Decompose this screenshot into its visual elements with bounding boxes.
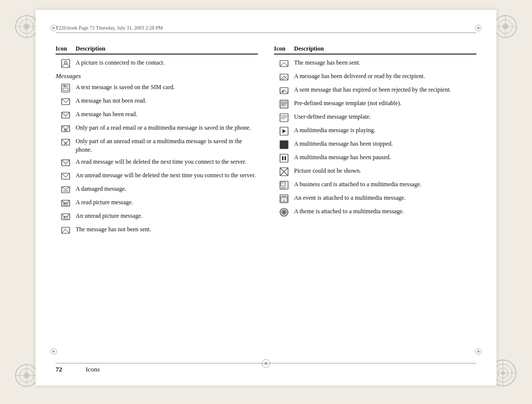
right-header-desc-label: Description [294,45,324,53]
not-sent-icon [56,225,76,235]
svg-rect-72 [280,141,288,149]
right-row-11-desc: A theme is attached to a multimedia mess… [294,207,476,216]
multimedia-paused-icon [274,153,294,163]
svg-text:↓: ↓ [65,164,67,167]
damaged-message-icon [56,185,76,194]
multimedia-playing-icon [274,126,294,136]
svg-point-54 [64,217,65,218]
right-row-3: Pre-defined message template (not editab… [274,99,476,109]
right-row-0-desc: The message has been sent. [294,59,476,67]
left-row-6-desc: An unread message will be deleted the ne… [76,171,258,180]
page-corner-mark-bl [50,347,58,357]
right-row-6-desc: A multimedia message has been stopped. [294,140,476,148]
right-row-10: 1 An event is attached to a multimedia m… [274,194,476,204]
right-row-1-desc: A message has been delivered or read by … [294,72,476,81]
left-header-desc-label: Description [76,45,105,53]
right-row-11: A theme is attached to a multimedia mess… [274,207,476,217]
left-row-3-desc: Only part of a read email or a multimedi… [76,124,258,132]
right-header-icon-label: Icon [274,45,294,53]
left-row-1: A message has not been read. [56,97,258,107]
svg-rect-80 [281,182,286,186]
bottom-center-mark [261,358,271,370]
left-row-2-desc: A message has been read. [76,110,258,119]
messages-section-label: Messages [56,72,258,80]
right-row-4: User-defined message template. [274,113,476,123]
right-row-2-desc: A sent message that has expired or been … [294,86,476,94]
left-table-header: Icon Description [56,45,258,55]
svg-point-96 [264,362,268,365]
delivered-icon [274,72,294,82]
right-column: Icon Description The message has been se… [274,45,476,239]
svg-rect-73 [280,154,288,162]
svg-point-24 [477,27,480,30]
page-header-text: T226.book Page 72 Thursday, July 31, 200… [56,25,163,31]
right-row-8-desc: Picture could not be shown. [294,167,476,175]
svg-point-26 [53,350,55,353]
svg-point-30 [64,61,67,64]
main-content: Icon Description A picture is connected … [56,45,476,239]
footer-page-number: 72 [56,365,86,373]
right-row-7-desc: A multimedia message has been paused. [294,153,476,162]
right-row-9: A business card is attached to a multime… [274,180,476,190]
svg-rect-35 [64,85,65,87]
left-row-4: Only part of an unread email or a multim… [56,137,258,154]
expired-icon [274,86,294,95]
read-message-icon [56,110,76,120]
right-row-2: A sent message that has expired or been … [274,86,476,96]
svg-point-83 [282,183,283,184]
unread-delete-icon: ↓ [56,171,76,181]
user-template-icon [274,113,294,122]
left-row-6: ↓ An unread message will be deleted the … [56,171,258,181]
right-row-4-desc: User-defined message template. [294,113,476,121]
svg-rect-32 [63,88,68,91]
left-row-0: A text message is saved on the SIM card. [56,83,258,93]
contact-icon [56,59,76,68]
right-row-5: A multimedia message is playing. [274,126,476,136]
svg-point-94 [283,211,285,213]
sent-icon [274,59,294,68]
right-row-0: The message has been sent. [274,59,476,69]
right-row-5-desc: A multimedia message is playing. [294,126,476,135]
svg-rect-74 [282,156,284,160]
right-row-8: Picture could not be shown. [274,167,476,177]
left-row-4-desc: Only part of an unread email or a multim… [76,137,258,154]
event-attached-icon: 1 [274,194,294,203]
left-intro-desc: A picture is connected to the contact. [76,59,258,67]
right-table-header: Icon Description [274,45,476,55]
partial-unread-icon [56,137,76,147]
read-picture-message-icon [56,198,76,208]
predefined-template-icon [274,99,294,109]
theme-attached-icon [274,207,294,217]
footer-title: Icons [86,365,100,373]
left-row-8-desc: A read picture message. [76,198,258,207]
svg-text:↓: ↓ [65,178,67,180]
svg-text:1: 1 [284,199,285,202]
left-row-5: ↓ A read message will be deleted the nex… [56,158,258,168]
svg-rect-66 [280,114,288,122]
left-row-9-desc: An unread picture message. [76,212,258,220]
svg-point-22 [53,27,55,30]
left-intro-row: A picture is connected to the contact. [56,59,258,69]
left-row-2: A message has been read. [56,110,258,120]
left-row-10-desc: The message has not been sent. [76,225,258,234]
business-card-icon [274,180,294,190]
unread-message-icon [56,97,76,106]
page: T226.book Page 72 Thursday, July 31, 200… [36,10,496,385]
right-row-10-desc: An event is attached to a multimedia mes… [294,194,476,202]
corner-decoration-tr [493,14,518,41]
left-column: Icon Description A picture is connected … [56,45,258,239]
partial-read-icon [56,124,76,133]
left-row-8: A read picture message. [56,198,258,208]
left-header-icon-label: Icon [56,45,76,53]
left-row-5-desc: A read message will be deleted the next … [76,158,258,166]
left-row-9: An unread picture message. [56,212,258,222]
read-delete-icon: ↓ [56,158,76,167]
left-row-7-desc: A damaged message. [76,185,258,193]
right-row-9-desc: A business card is attached to a multime… [294,180,476,189]
left-row-0-desc: A text message is saved on the SIM card. [76,83,258,92]
right-row-7: A multimedia message has been paused. [274,153,476,163]
svg-rect-75 [285,156,286,160]
right-row-1: A message has been delivered or read by … [274,72,476,82]
picture-not-shown-icon [274,167,294,176]
page-corner-mark-tr [474,24,482,34]
